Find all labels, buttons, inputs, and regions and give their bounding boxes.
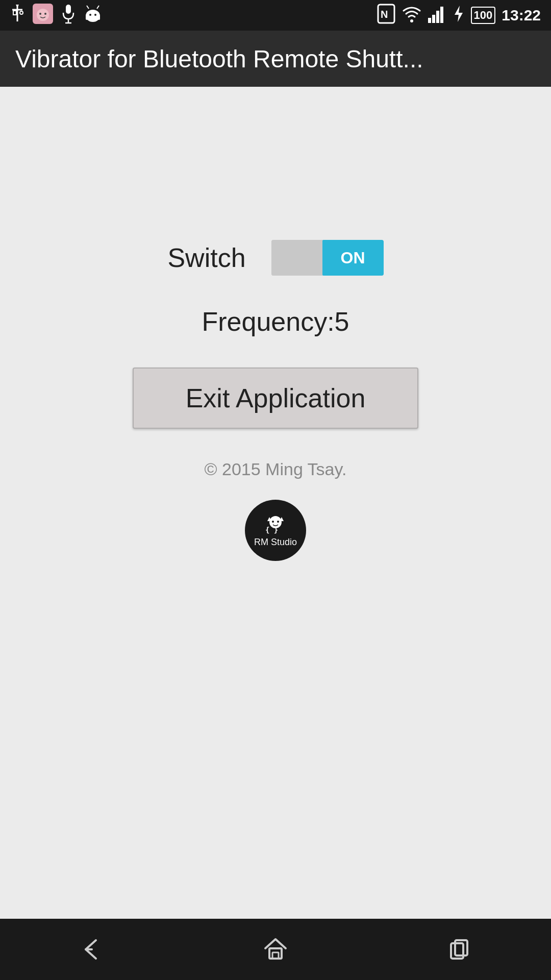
svg-point-8 [44, 13, 46, 15]
svg-point-3 [20, 11, 23, 14]
copyright-text: © 2015 Ming Tsay. [205, 459, 347, 479]
toggle-on-button[interactable]: ON [322, 240, 384, 276]
signal-icon [428, 5, 446, 27]
svg-line-17 [87, 6, 89, 9]
svg-rect-13 [86, 15, 88, 20]
svg-point-7 [39, 13, 41, 15]
svg-rect-24 [436, 11, 439, 23]
status-right-icons: N 10 [377, 4, 541, 28]
svg-point-21 [410, 19, 413, 22]
svg-line-18 [97, 6, 99, 9]
home-button[interactable] [260, 934, 291, 965]
wifi-icon [402, 4, 422, 28]
battery-indicator: 100 [471, 7, 496, 24]
svg-point-12 [86, 10, 100, 22]
svg-marker-4 [16, 5, 19, 8]
rm-studio-logo: { } RM Studio [245, 500, 306, 561]
rm-studio-label: RM Studio [254, 537, 297, 548]
svg-rect-25 [440, 7, 443, 23]
toggle-off-area [271, 240, 322, 276]
svg-rect-33 [269, 948, 282, 959]
back-button[interactable] [77, 934, 107, 965]
svg-point-28 [272, 521, 274, 523]
switch-label: Switch [167, 242, 245, 273]
charging-icon [453, 5, 465, 27]
svg-rect-23 [432, 15, 435, 23]
main-content: Switch ON Frequency:5 Exit Application ©… [0, 87, 551, 919]
recents-button[interactable] [444, 934, 474, 965]
status-bar: N 10 [0, 0, 551, 31]
svg-point-6 [37, 9, 49, 21]
toggle-switch[interactable]: ON [271, 240, 384, 276]
android-icon [84, 4, 102, 28]
title-bar: Vibrator for Bluetooth Remote Shutt... [0, 31, 551, 87]
status-left-icons [10, 4, 102, 28]
svg-rect-2 [13, 11, 16, 15]
app-icon [33, 4, 53, 28]
svg-rect-9 [66, 5, 71, 14]
svg-text:N: N [381, 9, 388, 20]
svg-point-29 [277, 521, 279, 523]
usb-icon [10, 4, 24, 28]
nfc-icon: N [377, 4, 395, 28]
switch-row: Switch ON [167, 240, 383, 276]
nav-bar [0, 919, 551, 980]
svg-point-16 [94, 14, 96, 16]
exit-application-button[interactable]: Exit Application [133, 368, 418, 429]
frequency-display: Frequency:5 [202, 306, 349, 337]
status-time: 13:22 [502, 7, 541, 24]
svg-marker-26 [455, 6, 463, 22]
app-title: Vibrator for Bluetooth Remote Shutt... [15, 45, 423, 73]
svg-rect-14 [98, 15, 100, 20]
svg-point-15 [89, 14, 91, 16]
svg-text:{ }: { } [265, 526, 278, 534]
svg-rect-22 [428, 18, 431, 23]
microphone-icon [61, 4, 76, 28]
